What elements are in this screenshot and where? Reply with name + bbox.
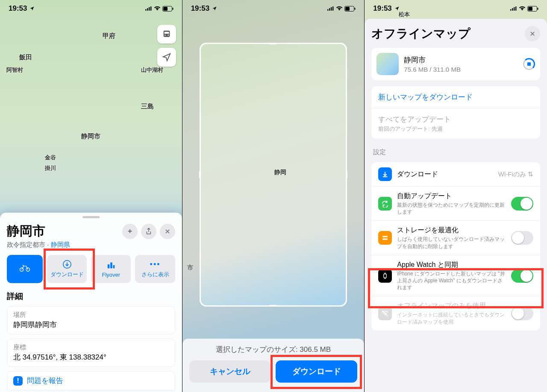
cancel-button[interactable]: キャンセル bbox=[189, 360, 271, 383]
svg-rect-5 bbox=[163, 7, 168, 11]
setting-offline-only[interactable]: オフラインマップのみを使用 インターネットに接続しているときでもダウンロード済み… bbox=[371, 296, 540, 330]
map-label-shi: 市 bbox=[187, 264, 193, 272]
map-label-kofu: 甲府 bbox=[103, 32, 115, 40]
svg-rect-21 bbox=[512, 8, 513, 11]
svg-rect-11 bbox=[110, 262, 112, 268]
location-icon bbox=[211, 6, 218, 11]
svg-rect-26 bbox=[537, 8, 538, 10]
svg-rect-25 bbox=[528, 7, 532, 11]
download-new-map-button[interactable]: 新しいマップをダウンロード bbox=[371, 86, 540, 108]
selected-size-label: 選択したマップのサイズ: 306.5 MB bbox=[189, 345, 358, 354]
downloading-map-size: 75.6 MB / 311.0 MB bbox=[404, 66, 518, 73]
map-label-shizuoka: 静岡市 bbox=[81, 132, 100, 140]
sheet-grabber[interactable] bbox=[82, 216, 100, 218]
download-progress-button[interactable] bbox=[523, 58, 535, 70]
update-all-button[interactable]: すべてをアップデート 前回のアップデート: 先週 bbox=[371, 108, 540, 139]
bike-segment[interactable] bbox=[7, 255, 43, 283]
svg-rect-2 bbox=[149, 7, 150, 11]
stop-icon bbox=[527, 62, 531, 66]
cellular-icon bbox=[327, 6, 334, 11]
storage-icon bbox=[378, 231, 392, 245]
wifi-icon bbox=[336, 6, 343, 11]
location-icon bbox=[394, 6, 400, 11]
share-button[interactable] bbox=[141, 224, 156, 239]
offline-only-toggle[interactable] bbox=[511, 307, 533, 320]
svg-rect-19 bbox=[355, 8, 356, 10]
downloading-map-card[interactable]: 静岡市 75.6 MB / 311.0 MB bbox=[371, 48, 540, 80]
transit-mode-button[interactable] bbox=[157, 25, 176, 44]
locate-me-button[interactable] bbox=[157, 48, 176, 67]
map-label-achimura: 阿智村 bbox=[6, 66, 23, 74]
battery-icon bbox=[162, 6, 174, 12]
wifi-icon bbox=[519, 6, 526, 11]
settings-heading: 設定 bbox=[373, 148, 540, 156]
downloads-value: Wi-Fiのみ ⇅ bbox=[498, 170, 533, 178]
svg-rect-12 bbox=[113, 265, 115, 268]
setting-downloads[interactable]: ダウンロード Wi-Fiのみ ⇅ bbox=[371, 162, 540, 187]
svg-rect-0 bbox=[145, 9, 146, 11]
details-heading: 詳細 bbox=[7, 291, 175, 302]
settings-list: ダウンロード Wi-Fiのみ ⇅ 自動アップデート 最新の状態を保つためにマップ… bbox=[371, 162, 540, 331]
map-label-yamanakako: 山中湖村 bbox=[141, 66, 163, 74]
refresh-icon bbox=[378, 197, 392, 211]
battery-icon bbox=[527, 6, 538, 12]
place-sheet[interactable]: 静岡市 ＋ 政令指定都市 · 静岡県 ダウンロード Flyover bbox=[0, 213, 182, 392]
svg-rect-1 bbox=[147, 8, 148, 11]
chevron-up-down-icon: ⇅ bbox=[528, 170, 533, 178]
watch-sync-toggle[interactable] bbox=[511, 269, 533, 283]
download-bottom-bar: 選択したマップのサイズ: 306.5 MB キャンセル ダウンロード bbox=[182, 339, 365, 392]
map-label-kakegawa: 掛川 bbox=[45, 164, 56, 172]
prefecture-link[interactable]: 静岡県 bbox=[51, 241, 70, 248]
action-segments: ダウンロード Flyover ••• さらに表示 bbox=[7, 255, 175, 283]
svg-rect-14 bbox=[329, 8, 330, 11]
phone-screenshot-3: 松本 19:53 オフラインマップ 静岡市 75.6 MB / 311.0 MB bbox=[365, 0, 547, 392]
setting-optimize-storage[interactable]: ストレージを最適化 しばらく使用していないダウンロード済みマップを自動的に削除し… bbox=[371, 221, 540, 255]
offline-icon bbox=[378, 307, 392, 320]
map-control-stack bbox=[157, 25, 176, 67]
downloading-map-name: 静岡市 bbox=[404, 55, 518, 65]
setting-auto-update[interactable]: 自動アップデート 最新の状態を保つためにマップを定期的に更新します bbox=[371, 187, 540, 221]
cellular-icon bbox=[145, 6, 152, 11]
more-segment[interactable]: ••• さらに表示 bbox=[135, 255, 175, 283]
add-button[interactable]: ＋ bbox=[122, 224, 138, 239]
map-selection-frame[interactable] bbox=[200, 43, 347, 307]
close-button[interactable] bbox=[525, 26, 540, 41]
status-bar: 19:53 bbox=[365, 0, 547, 17]
actions-list: 新しいマップをダウンロード すべてをアップデート 前回のアップデート: 先週 bbox=[371, 86, 540, 139]
map-label-kanaya: 金谷 bbox=[45, 154, 56, 161]
report-icon: ! bbox=[13, 376, 23, 386]
svg-rect-15 bbox=[331, 7, 332, 11]
wifi-icon bbox=[154, 6, 161, 11]
flyover-segment[interactable]: Flyover bbox=[91, 255, 131, 283]
offline-maps-sheet: オフラインマップ 静岡市 75.6 MB / 311.0 MB 新しいマップをダ… bbox=[365, 19, 547, 392]
download-button[interactable]: ダウンロード bbox=[276, 360, 357, 383]
phone-screenshot-2: 19:53 静岡 市 選択したマップのサイズ: 306.5 MB キャンセル ダ… bbox=[182, 0, 365, 392]
location-card: 場所 静岡県静岡市 bbox=[7, 306, 175, 334]
location-label: 場所 bbox=[13, 311, 169, 319]
svg-rect-22 bbox=[514, 7, 515, 11]
download-segment[interactable]: ダウンロード bbox=[47, 255, 87, 283]
cellular-icon bbox=[510, 6, 517, 11]
buildings-icon bbox=[106, 260, 116, 270]
coords-label: 座標 bbox=[13, 343, 169, 351]
phone-screenshot-1: 甲府 飯田 阿智村 山中湖村 三島 静岡市 金谷 掛川 19:53 静岡市 ＋ bbox=[0, 0, 182, 392]
place-subtitle: 政令指定都市 · 静岡県 bbox=[7, 241, 175, 249]
map-label-mishima: 三島 bbox=[141, 102, 154, 111]
close-button[interactable] bbox=[160, 224, 175, 239]
auto-update-toggle[interactable] bbox=[511, 197, 533, 211]
setting-apple-watch-sync[interactable]: Apple Watch と同期 iPhone にダウンロードした新しいマップは … bbox=[371, 255, 540, 297]
coords-value: 北 34.97516°, 東 138.38324° bbox=[13, 352, 169, 362]
svg-rect-6 bbox=[172, 8, 173, 10]
svg-rect-29 bbox=[384, 274, 386, 278]
optimize-toggle[interactable] bbox=[511, 231, 533, 245]
svg-rect-23 bbox=[515, 6, 516, 11]
svg-rect-16 bbox=[332, 6, 333, 11]
map-thumbnail bbox=[376, 53, 399, 75]
map-label-iida: 飯田 bbox=[19, 53, 32, 61]
battery-icon bbox=[344, 6, 356, 12]
download-icon bbox=[378, 167, 392, 181]
download-icon bbox=[62, 260, 72, 269]
place-title: 静岡市 bbox=[7, 222, 119, 240]
sheet-title: オフラインマップ bbox=[371, 26, 521, 42]
report-button[interactable]: ! 問題を報告 bbox=[7, 371, 175, 390]
